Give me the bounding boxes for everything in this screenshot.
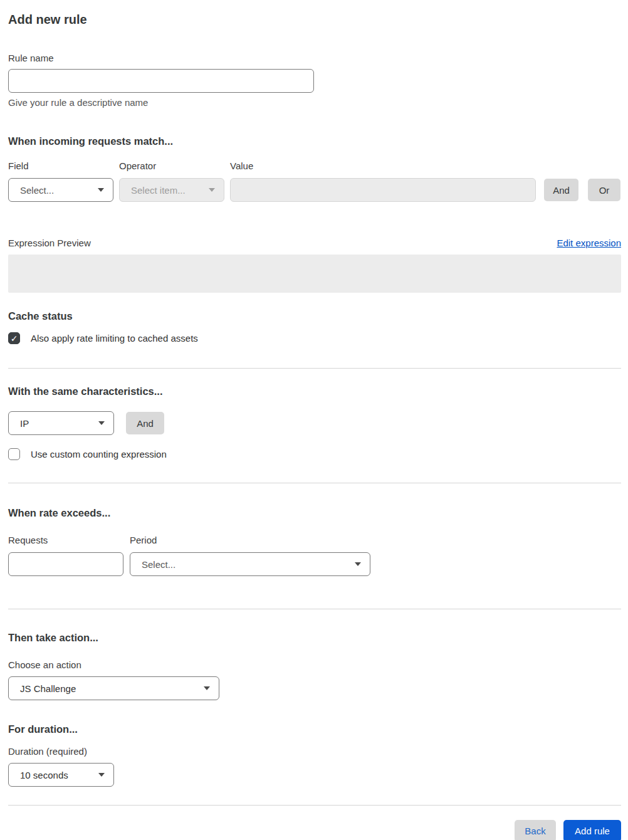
match-row: Field Select... Operator Select item... … (8, 160, 621, 202)
cache-status-section: Cache status ✓ Also apply rate limiting … (8, 310, 621, 344)
cache-checkbox-row: ✓ Also apply rate limiting to cached ass… (8, 332, 621, 344)
custom-counting-checkbox-label: Use custom counting expression (31, 449, 167, 459)
add-rule-button[interactable]: Add rule (563, 820, 621, 840)
requests-column: Requests (8, 535, 123, 576)
period-select-value: Select... (142, 559, 175, 570)
rule-name-label: Rule name (8, 53, 621, 64)
counting-expression-row: ✓ Use custom counting expression (8, 448, 621, 460)
edit-expression-link[interactable]: Edit expression (557, 238, 621, 248)
divider (8, 368, 621, 369)
expression-preview-box (8, 255, 621, 293)
rule-name-input[interactable] (8, 69, 314, 93)
period-select[interactable]: Select... (130, 552, 370, 576)
match-section: When incoming requests match... Field Se… (8, 135, 621, 202)
form-footer: Back Add rule (8, 820, 621, 840)
duration-select[interactable]: 10 seconds (8, 763, 114, 787)
match-heading: When incoming requests match... (8, 135, 621, 147)
or-button[interactable]: Or (588, 179, 620, 201)
expression-preview-label: Expression Preview (8, 238, 91, 249)
period-label: Period (130, 535, 370, 546)
andor-buttons: And Or (536, 179, 620, 201)
action-heading: Then take action... (8, 631, 621, 644)
requests-label: Requests (8, 535, 123, 546)
chevron-down-icon (98, 773, 105, 777)
page-title: Add new rule (8, 11, 621, 28)
duration-heading: For duration... (8, 723, 621, 735)
operator-label: Operator (119, 160, 224, 172)
cache-status-heading: Cache status (8, 310, 621, 322)
check-icon: ✓ (11, 334, 18, 343)
duration-label: Duration (required) (8, 746, 621, 757)
divider (8, 609, 621, 609)
operator-select: Select item... (119, 178, 224, 202)
chevron-down-icon (209, 188, 215, 192)
field-select-value: Select... (20, 185, 54, 196)
value-column: Value (230, 160, 536, 202)
and-button[interactable]: And (544, 179, 578, 201)
rule-name-helper: Give your rule a descriptive name (8, 97, 621, 108)
chevron-down-icon (204, 686, 210, 690)
action-select-value: JS Challenge (20, 683, 76, 694)
characteristics-row: IP And (8, 411, 621, 435)
operator-select-value: Select item... (131, 185, 186, 196)
action-label: Choose an action (8, 659, 621, 671)
action-section: Then take action... Choose an action JS … (8, 631, 621, 700)
characteristic-select-value: IP (20, 418, 29, 429)
add-rule-form: Add new rule Rule name Give your rule a … (0, 0, 628, 840)
rate-heading: When rate exceeds... (8, 507, 621, 519)
action-select[interactable]: JS Challenge (8, 676, 219, 700)
rate-row: Requests Period Select... (8, 535, 621, 576)
chevron-down-icon (355, 562, 361, 566)
chevron-down-icon (98, 188, 104, 192)
cached-assets-checkbox-label: Also apply rate limiting to cached asset… (31, 333, 198, 344)
field-label: Field (8, 160, 113, 172)
field-column: Field Select... (8, 160, 113, 202)
characteristic-select[interactable]: IP (8, 411, 114, 435)
requests-input[interactable] (8, 552, 123, 576)
duration-select-value: 10 seconds (20, 770, 68, 780)
rule-name-group: Rule name Give your rule a descriptive n… (8, 53, 621, 108)
custom-counting-checkbox[interactable]: ✓ (8, 448, 20, 460)
chevron-down-icon (98, 421, 105, 425)
period-column: Period Select... (130, 535, 370, 576)
characteristics-section: With the same characteristics... IP And … (8, 385, 621, 460)
operator-column: Operator Select item... (119, 160, 224, 202)
value-label: Value (230, 160, 536, 172)
characteristics-and-button[interactable]: And (126, 412, 164, 434)
field-select[interactable]: Select... (8, 178, 113, 202)
divider (8, 483, 621, 483)
back-button[interactable]: Back (515, 820, 556, 840)
value-input (230, 178, 536, 202)
duration-section: For duration... Duration (required) 10 s… (8, 723, 621, 787)
divider (8, 805, 621, 806)
expression-section: Expression Preview Edit expression (8, 238, 621, 293)
characteristics-heading: With the same characteristics... (8, 385, 621, 397)
rate-section: When rate exceeds... Requests Period Sel… (8, 507, 621, 576)
cached-assets-checkbox[interactable]: ✓ (8, 332, 20, 344)
